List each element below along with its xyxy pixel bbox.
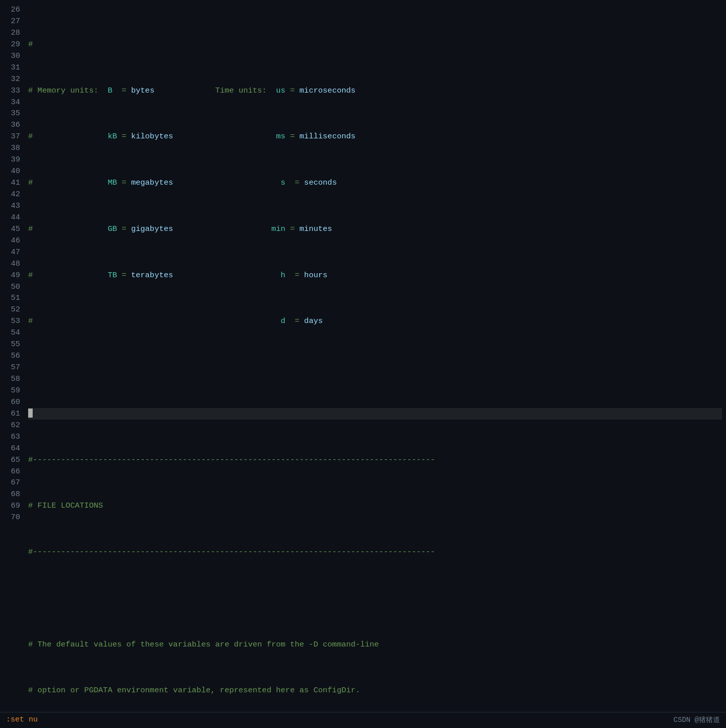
code-line-28: # kB = kilobytes ms = milliseconds xyxy=(28,131,722,142)
code-line-40: # option or PGDATA environment variable,… xyxy=(28,685,722,696)
code-line-34 xyxy=(28,408,722,420)
code-line-36: # FILE LOCATIONS xyxy=(28,500,722,512)
code-line-27: # Memory units: B = bytes Time units: us… xyxy=(28,85,722,97)
line-numbers: 26 27 28 29 30 31 32 33 34 35 36 37 38 3… xyxy=(0,0,26,728)
code-line-26: # xyxy=(28,39,722,50)
code-content[interactable]: # # Memory units: B = bytes Time units: … xyxy=(26,0,726,728)
cursor xyxy=(28,409,33,418)
code-line-38 xyxy=(28,593,722,604)
code-line-37: #---------------------------------------… xyxy=(28,546,722,558)
code-line-33 xyxy=(28,362,722,373)
code-line-39: # The default values of these variables … xyxy=(28,639,722,651)
watermark: CSDN @猪猪道 xyxy=(674,715,720,725)
status-bar: :set nu CSDN @猪猪道 xyxy=(0,712,726,728)
code-line-32: # d = days xyxy=(28,315,722,327)
status-command: :set nu xyxy=(6,714,38,725)
code-line-31: # TB = terabytes h = hours xyxy=(28,270,722,281)
code-line-29: # MB = megabytes s = seconds xyxy=(28,177,722,189)
code-line-35: #---------------------------------------… xyxy=(28,454,722,466)
code-line-30: # GB = gigabytes min = minutes xyxy=(28,223,722,235)
editor-container: 26 27 28 29 30 31 32 33 34 35 36 37 38 3… xyxy=(0,0,726,728)
